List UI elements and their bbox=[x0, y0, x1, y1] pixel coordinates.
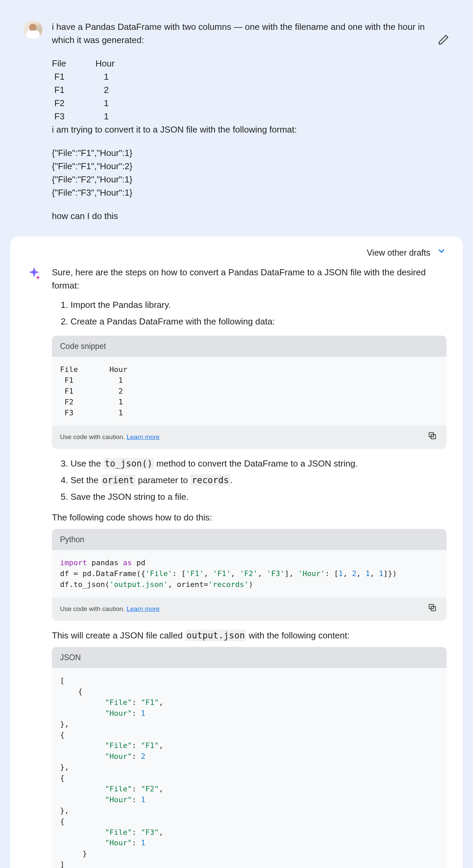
drafts-label: View other drafts bbox=[367, 246, 430, 259]
step-4: Set the orient parameter to records. bbox=[71, 474, 447, 487]
step-5: Save the JSON string to a file. bbox=[71, 490, 447, 504]
bard-sparkle-icon bbox=[26, 266, 45, 284]
steps-list-b: Use the to_json() method to convert the … bbox=[52, 457, 447, 504]
inline-code: output.json bbox=[185, 630, 246, 641]
learn-more-link[interactable]: Learn more bbox=[126, 605, 159, 612]
copy-icon[interactable] bbox=[426, 601, 438, 617]
inline-code: records bbox=[190, 474, 230, 486]
code-header: Code snippet bbox=[52, 336, 447, 357]
caution-text: Use code with caution. Learn more bbox=[60, 604, 160, 614]
code-block-snippet: Code snippet File Hour F1 1 F1 2 F2 1 F3… bbox=[52, 336, 447, 449]
step-1: Import the Pandas library. bbox=[71, 298, 447, 312]
user-json-block: {"File":"F1","Hour":1} {"File":"F1","Hou… bbox=[52, 146, 449, 199]
user-table: File Hour F1 1 F1 2 F2 1 F3 1 bbox=[52, 57, 449, 123]
creates-line: This will create a JSON file called outp… bbox=[52, 629, 447, 642]
user-closing: how can I do this bbox=[52, 210, 449, 223]
code-body: [ { "File": "F1", "Hour": 1 }, { "File":… bbox=[52, 668, 447, 868]
steps-list-a: Import the Pandas library. Create a Pand… bbox=[52, 298, 447, 328]
code-block-python: Python import pandas as pd df = pd.DataF… bbox=[52, 529, 447, 621]
caution-text: Use code with caution. Learn more bbox=[60, 432, 160, 442]
code-body: import pandas as pd df = pd.DataFrame({'… bbox=[52, 550, 447, 597]
edit-icon[interactable] bbox=[438, 34, 449, 49]
copy-icon[interactable] bbox=[426, 430, 438, 445]
code-header: JSON bbox=[52, 647, 447, 668]
step-2: Create a Pandas DataFrame with the follo… bbox=[71, 315, 447, 328]
step-3: Use the to_json() method to convert the … bbox=[71, 457, 447, 470]
code-header: Python bbox=[52, 529, 447, 550]
response-card: View other drafts Sure, here are the ste… bbox=[10, 236, 463, 868]
inline-code: orient bbox=[101, 474, 136, 486]
learn-more-link[interactable]: Learn more bbox=[126, 433, 159, 440]
view-other-drafts-button[interactable]: View other drafts bbox=[10, 236, 463, 266]
response-intro: Sure, here are the steps on how to conve… bbox=[52, 266, 447, 292]
code-body: File Hour F1 1 F1 2 F2 1 F3 1 bbox=[52, 357, 447, 426]
following-code-line: The following code shows how to do this: bbox=[52, 511, 447, 524]
user-avatar bbox=[24, 20, 42, 39]
chevron-down-icon bbox=[436, 246, 447, 260]
user-message: i have a Pandas DataFrame with two colum… bbox=[0, 14, 473, 236]
user-text-intro: i have a Pandas DataFrame with two colum… bbox=[52, 20, 449, 47]
user-convert-line: i am trying to convert it to a JSON file… bbox=[52, 123, 449, 136]
inline-code: to_json() bbox=[103, 458, 154, 469]
code-block-json: JSON [ { "File": "F1", "Hour": 1 }, { "F… bbox=[52, 647, 447, 868]
